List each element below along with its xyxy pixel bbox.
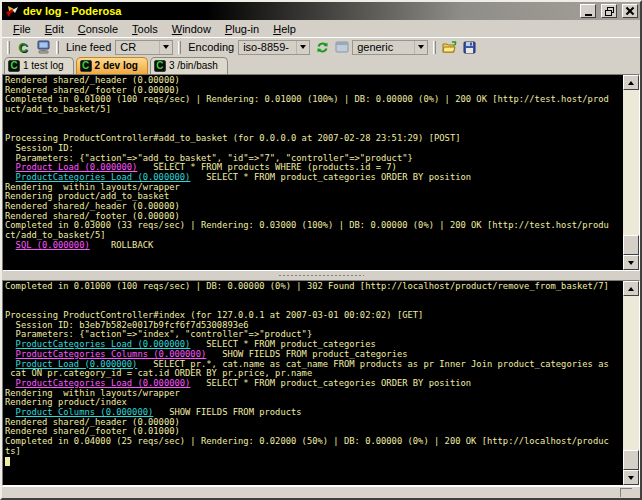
terminal-top-scrollbar[interactable] <box>623 75 639 270</box>
sql-log-label: ProductCategories Load (0.000000) <box>16 378 191 388</box>
terminal-text-segment <box>5 162 16 172</box>
terminal-line: ts] <box>5 447 623 457</box>
terminal-text-segment: ct/add_to_basket/5] <box>5 230 106 240</box>
window-icon <box>335 41 349 53</box>
console-tab-icon: C <box>154 60 166 72</box>
terminal-text-segment: SELECT * FROM products WHERE (products.i… <box>137 162 397 172</box>
terminal-text-segment <box>5 349 16 359</box>
linefeed-label: Line feed <box>62 41 115 53</box>
terminal-text-segment: Completed in 0.04000 (25 reqs/sec) | Ren… <box>5 436 609 446</box>
terminal-line: Completed in 0.01000 (100 reqs/sec) | DB… <box>5 282 623 292</box>
scroll-up-button[interactable] <box>623 75 639 90</box>
tab-label: 3 /bin/bash <box>169 60 218 71</box>
terminal-text-segment: uct/add_to_basket/5] <box>5 104 111 114</box>
scrollbar-thumb[interactable] <box>623 450 639 470</box>
terminal-settings-button[interactable] <box>33 39 53 56</box>
apply-profile-button[interactable] <box>332 39 352 56</box>
terminal-text-segment: SELECT * FROM product_categories ORDER B… <box>190 172 471 182</box>
encoding-combo[interactable]: iso-8859- <box>238 40 310 55</box>
scrollbar-thumb[interactable] <box>623 235 639 255</box>
tab-label: 1 test log <box>23 60 64 71</box>
terminal-text-segment: SHOW FIELDS FROM products <box>153 407 301 417</box>
terminal-text-segment <box>5 240 16 250</box>
terminal-text-segment: SELECT pr.*, cat.name as cat_name FROM p… <box>137 359 608 369</box>
terminal-text-segment: Completed in 0.01000 (100 reqs/sec) | DB… <box>5 281 609 291</box>
terminal-bottom-text[interactable]: Completed in 0.01000 (100 reqs/sec) | DB… <box>3 281 623 485</box>
linefeed-value: CR <box>116 41 144 53</box>
terminal-text-segment: Rendered shared/_header (0.00000) <box>5 201 180 211</box>
profile-combo[interactable]: generic <box>352 40 428 55</box>
scroll-up-button[interactable] <box>623 281 639 296</box>
terminal-text-segment: Rendering within layouts/wrapper <box>5 388 180 398</box>
menu-item-label: lug-in <box>232 23 259 35</box>
sql-log-label: ProductCategories Load (0.000000) <box>16 172 191 182</box>
terminal-text-segment <box>5 339 16 349</box>
encoding-dropdown-button[interactable] <box>296 41 309 54</box>
encoding-value: iso-8859- <box>239 41 293 53</box>
linefeed-dropdown-button[interactable] <box>159 41 172 54</box>
terminal-text-segment: Processing ProductController#add_to_bask… <box>5 133 460 143</box>
terminal-bottom-scrollbar[interactable] <box>623 281 639 485</box>
save-icon <box>463 41 476 54</box>
scroll-down-button[interactable] <box>623 470 639 485</box>
open-shortcut-button[interactable] <box>439 39 459 56</box>
terminal-pane-bottom[interactable]: Completed in 0.01000 (100 reqs/sec) | DB… <box>2 280 640 486</box>
terminal-text-segment: Rendered shared/_header (0.00000) <box>5 417 180 427</box>
menu-item-accel: F <box>13 23 20 35</box>
terminal-text-segment: Rendered shared/_footer (0.01000) <box>5 426 180 436</box>
tab-2-dev-log[interactable]: C2 dev log <box>76 57 148 74</box>
arrow-up-icon <box>628 287 634 291</box>
terminal-area: Rendered shared/_header (0.00000)Rendere… <box>2 74 640 486</box>
scroll-down-button[interactable] <box>623 255 639 270</box>
refresh-button[interactable] <box>312 39 332 56</box>
scrollbar-track[interactable] <box>623 90 639 255</box>
terminal-cursor <box>5 457 10 466</box>
menu-item-plug-in[interactable]: Plug-in <box>218 22 266 36</box>
terminal-text-segment: Rendering within layouts/wrapper <box>5 182 180 192</box>
terminal-top-text[interactable]: Rendered shared/_header (0.00000)Rendere… <box>3 75 623 270</box>
poderosa-logo-icon <box>5 5 19 18</box>
menu-item-help[interactable]: Help <box>266 22 303 36</box>
sql-log-label: Product Columns (0.000000) <box>16 407 154 417</box>
menu-item-edit[interactable]: Edit <box>38 22 71 36</box>
toolbar-grip <box>178 41 181 54</box>
profile-dropdown-button[interactable] <box>414 41 427 54</box>
toolbar: C Line feed CR Encoding iso-8859- <box>2 37 640 56</box>
console-tab-icon: C <box>80 60 92 72</box>
console-icon: C <box>18 41 27 54</box>
minimize-button[interactable] <box>580 4 596 18</box>
title-bar[interactable]: dev log - Poderosa <box>2 2 640 20</box>
scrollbar-track[interactable] <box>623 296 639 470</box>
menu-item-console[interactable]: Console <box>71 22 125 36</box>
terminal-line: Completed in 0.04000 (25 reqs/sec) | Ren… <box>5 437 623 447</box>
terminal-text-segment: Processing ProductController#index (for … <box>5 310 423 320</box>
terminal-text-segment: Rendered shared/_footer (0.00000) <box>5 85 180 95</box>
arrow-down-icon <box>628 476 634 480</box>
sql-log-label: ProductCategories Load (0.000000) <box>16 339 191 349</box>
linefeed-combo[interactable]: CR <box>115 40 173 55</box>
menu-item-file[interactable]: File <box>6 22 38 36</box>
toolbar-grip <box>7 41 10 54</box>
tab-3-bin-bash[interactable]: C3 /bin/bash <box>150 57 228 74</box>
minimize-icon <box>585 14 592 16</box>
save-shortcut-button[interactable] <box>459 39 479 56</box>
restore-button[interactable] <box>601 4 617 18</box>
terminal-text-segment: Rendered shared/_footer (0.00000) <box>5 211 180 221</box>
menu-item-tools[interactable]: Tools <box>125 22 165 36</box>
open-folder-icon <box>442 41 457 54</box>
close-button[interactable] <box>622 4 638 18</box>
menu-item-label: ile <box>20 23 31 35</box>
tab-1-test-log[interactable]: C1 test log <box>4 57 74 74</box>
terminal-text-segment <box>5 359 16 369</box>
sql-log-label: Product Load (0.000000) <box>16 162 138 172</box>
new-console-button[interactable]: C <box>13 39 33 56</box>
menu-item-accel: W <box>172 23 182 35</box>
terminal-text-segment: Session ID: <box>5 143 79 153</box>
menu-item-window[interactable]: Window <box>165 22 218 36</box>
pane-splitter[interactable] <box>2 271 640 280</box>
terminal-text-segment: Rendered shared/_header (0.00000) <box>5 75 180 85</box>
terminal-pane-top[interactable]: Rendered shared/_header (0.00000)Rendere… <box>2 74 640 271</box>
status-bar <box>2 486 640 498</box>
terminal-text-segment: SHOW FIELDS FROM product_categories <box>206 349 407 359</box>
menu-item-accel: C <box>78 23 86 35</box>
